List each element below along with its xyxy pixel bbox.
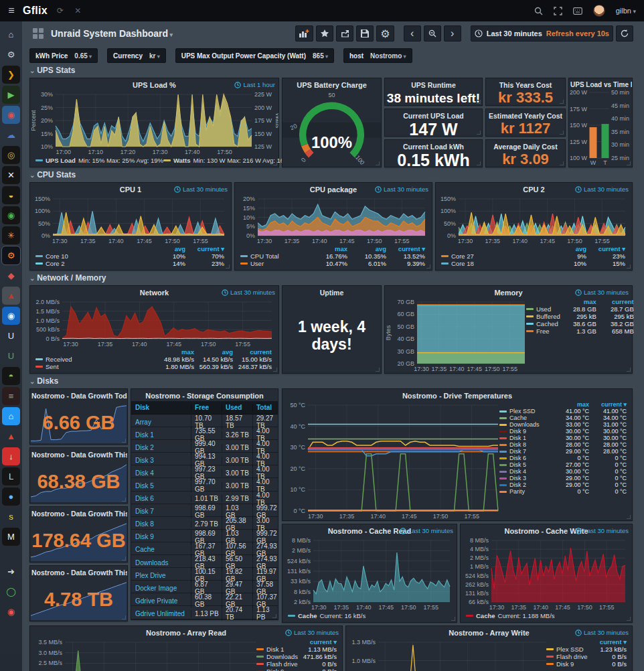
variable-ups-max-output-power-capacity-watt-[interactable]: UPS Max Output Power Capacity (Watt)865 [175,48,334,63]
sidebar-app-sushi-icon[interactable]: ◓ [2,367,20,385]
panel-title[interactable]: UPS Battery Charge [283,78,381,90]
sidebar-app-sub-icon[interactable]: s [2,508,20,526]
legend-column-header[interactable]: current ▾ [588,245,627,252]
sidebar-app-cloud-icon[interactable]: ☁ [2,126,20,144]
disk-name-link[interactable]: Docker Image [135,585,191,592]
dashboard-title[interactable]: Unraid System Dashboard [51,28,173,39]
section-ups-stats[interactable]: UPS Stats [29,66,76,75]
sidebar-app-share-icon[interactable]: ✳ [2,226,20,244]
sidebar-app-home-assistant-icon[interactable]: ⌂ [2,407,20,425]
legend-series-name[interactable]: Cache [499,415,553,421]
panel-time-range-badge[interactable]: Last 30 minutes [575,527,629,534]
sync-icon[interactable]: ⟳ [57,6,64,15]
disk-name-link[interactable]: Cache [135,546,191,553]
panel-time-range-badge[interactable]: Last 30 minutes [575,289,629,296]
time-forward-button[interactable]: › [444,25,461,42]
panel-time-range-badge[interactable]: Last 30 minutes [285,629,339,636]
legend-series-name[interactable]: Disk 2 [499,481,553,488]
legend-series-name[interactable]: Disk 9 [499,428,553,435]
legend-series-name[interactable]: Disk 3 [499,475,553,481]
panel-time-range-badge[interactable]: Last 30 minutes [575,629,629,636]
legend-series-name[interactable]: Plex SSD [499,408,553,415]
legend-column-header[interactable]: avg [549,245,588,252]
variable-value-dropdown[interactable]: Nostromo [370,52,406,60]
user-avatar[interactable] [593,5,605,17]
variable-kwh-price[interactable]: kWh Price0.65 [29,48,98,63]
disk-name-link[interactable]: Disk 1 [135,431,191,439]
close-icon[interactable]: ✕ [74,6,81,15]
ups-load-vs-time-chart[interactable]: 100 W125 W150 W175 W200 W25 min30 min35 … [569,90,632,167]
user-menu[interactable]: gilbn [616,7,636,15]
panel-time-range-badge[interactable]: Last 30 minutes [375,185,428,193]
legend-column-header[interactable]: current [598,298,635,305]
cache-write-chart[interactable]: 66 kB/s131 kB/s262 kB/s524 kB/s1 MB/s2 M… [461,536,632,611]
legend-series-name[interactable]: Disk 7 [499,448,553,455]
legend-column-header[interactable]: current ▾ [388,245,426,252]
sidebar-app-download-icon[interactable]: ↓ [2,447,20,465]
legend-series-name[interactable]: Flash drive [256,660,301,668]
sidebar-app-ombi-icon[interactable]: ✕ [2,166,20,184]
panel-title[interactable]: Nostromo - Data Growth This Week [30,448,127,460]
sidebar-app-app-green-icon[interactable]: ◉ [2,206,20,224]
table-header-cell[interactable]: Total [252,404,282,411]
disk-name-link[interactable]: Plex Drive [135,572,191,579]
panel-title[interactable]: Uptime [283,286,381,298]
sidebar-app-settings-icon[interactable]: ⚙ [2,46,20,64]
legend-series-name[interactable]: Cache [298,612,317,619]
legend-series-name[interactable]: Flash drive [546,653,590,660]
legend-series-name[interactable]: Core 2 [35,260,148,267]
panel-title[interactable]: UPS Load vs Time left [569,78,632,90]
panel-time-range-badge[interactable]: Last 30 minutes [575,185,629,193]
variable-host[interactable]: hostNostromo [343,48,412,63]
cache-read-chart[interactable]: 2 kB/s8 kB/s33 kB/s131 kB/s524 kB/s2 MB/… [283,536,457,611]
share-button[interactable] [336,25,353,42]
disk-name-link[interactable]: Downloads [135,559,191,567]
sidebar-app-unraid-icon[interactable]: ⚙ [2,246,20,265]
time-range-picker[interactable]: Last 30 minutes Refresh every 10s [471,25,613,42]
table-header-cell[interactable]: Disk [135,404,191,411]
legend-column-header[interactable]: current ▾ [187,245,226,252]
sidebar-app-emby-icon[interactable]: ▶ [2,86,20,104]
disk-name-link[interactable]: Gdrive Unlimited [135,610,191,617]
panel-title[interactable]: Nostromo - Data Growth This Month [30,507,127,519]
sidebar-app-ubiquiti-icon[interactable]: U [2,327,20,345]
legend-series-name[interactable]: Received [35,356,157,363]
fullscreen-icon[interactable] [554,7,562,15]
disk-name-link[interactable]: Disk 2 [135,444,191,451]
disk-name-link[interactable]: Disk 6 [135,495,191,502]
legend-series-name[interactable]: Disk 1 [499,435,553,441]
disk-name-link[interactable]: Disk 9 [135,533,191,540]
legend-column-header[interactable]: current [234,348,273,356]
sidebar-app-toggles-icon[interactable]: ≡ [2,387,20,405]
hamburger-menu-icon[interactable]: ≡ [0,5,23,17]
section-network-memory[interactable]: Network / Memory [29,273,106,283]
legend-item[interactable]: CacheCurrent: 1.188 MB/s [466,612,555,619]
dashboard-picker-icon[interactable] [33,28,44,40]
disk-name-link[interactable]: Disk 3 [135,457,191,464]
refresh-interval-label[interactable]: Refresh every 10s [546,29,609,38]
ups-battery-gauge[interactable]: 02050100100% [283,90,381,167]
sidebar-app-lifebuoy-icon[interactable]: ◉ [2,603,20,621]
legend-column-header[interactable]: avg [148,245,187,252]
legend-series-name[interactable]: Parity [499,488,553,495]
sidebar-app-jackett-icon[interactable]: ◎ [2,146,20,164]
sidebar-app-jacket-icon[interactable]: M [2,528,20,546]
zoom-out-button[interactable] [424,25,441,42]
disk-name-link[interactable]: Array [135,419,191,426]
sidebar-app-drop-icon[interactable]: ● [2,488,20,506]
legend-column-header[interactable]: max [310,245,349,252]
legend-series-name[interactable]: Disk 9 [256,668,301,671]
sidebar-app-trakt-icon[interactable]: ◉ [2,307,20,325]
legend-series-name[interactable]: Free [526,327,560,335]
legend-item[interactable]: CacheCurrent: 16 kB/s [288,612,366,619]
sidebar-app-plex-icon[interactable]: ❯ [2,66,20,84]
legend-series-name[interactable]: Disk 6 [499,455,553,461]
sidebar-app-app-yellow-icon[interactable]: ◒ [2,186,20,204]
cpu1-chart[interactable]: 0%50%100%150%17:3017:3517:4017:4517:5017… [30,195,231,245]
panel-title[interactable]: Nostromo - Data Growth This Year [30,566,127,578]
variable-value-dropdown[interactable]: kr [149,52,160,60]
legend-series-name[interactable]: Disk 8 [499,441,553,448]
legend-item[interactable]: UPS LoadMin: 15% Max: 25% Avg: 19% [35,157,163,164]
variable-value-dropdown[interactable]: 0.65 [74,52,92,60]
legend-series-name[interactable]: Downloads [499,421,553,428]
